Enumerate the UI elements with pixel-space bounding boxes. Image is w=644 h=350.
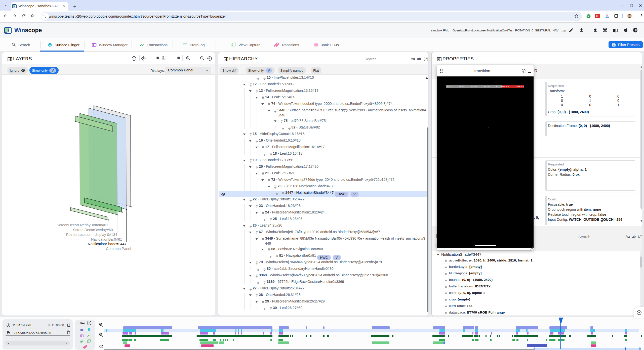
svg-text:ScreenDecorOverlay#60: ScreenDecorOverlay#60	[73, 228, 113, 232]
svg-text:Common Panel: Common Panel	[106, 247, 131, 251]
svg-text:PointerLocation - display 0#13: PointerLocation - display 0#134	[66, 233, 117, 237]
svg-text:ScreenDecorOverlayBottom#61: ScreenDecorOverlayBottom#61	[57, 223, 108, 227]
svg-text:NotificationShade#3447: NotificationShade#3447	[88, 242, 127, 246]
svg-text:NavigationBar0#81: NavigationBar0#81	[91, 237, 122, 241]
